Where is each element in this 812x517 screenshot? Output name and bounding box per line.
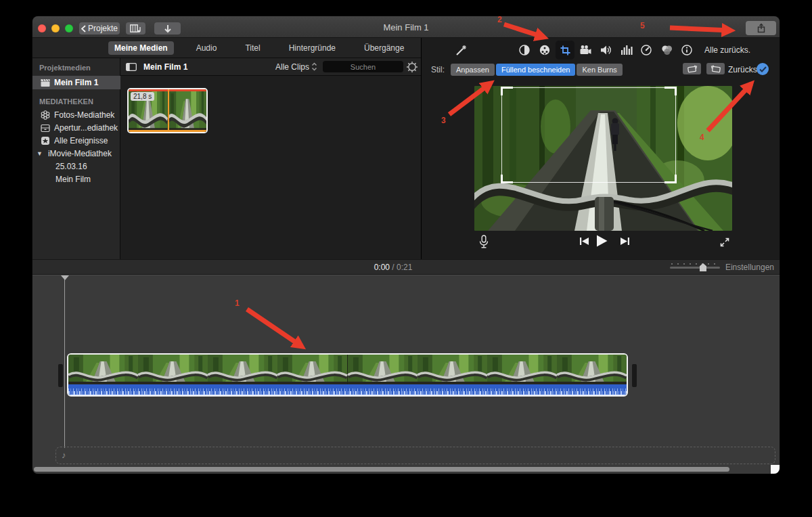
sidebar-item-label: 25.03.16 <box>55 162 87 171</box>
slider-ticks <box>671 263 719 265</box>
crop-icon <box>559 44 572 57</box>
clip-thumbnail[interactable]: 21,8 s <box>127 88 208 133</box>
resize-corner[interactable] <box>771 465 780 474</box>
crop-frame[interactable] <box>501 87 676 183</box>
reset-all-button[interactable]: Alle zurücks. <box>704 45 750 55</box>
skip-back-icon[interactable] <box>579 237 589 246</box>
color-balance-icon <box>518 44 531 56</box>
sidebar-toggle-icon[interactable] <box>126 63 137 71</box>
clip-filter-dropdown[interactable]: Alle Clips <box>275 62 317 72</box>
current-time: 0:00 <box>374 263 390 272</box>
clip-filter-label: Alle Clips <box>275 62 309 72</box>
skimmer-line[interactable] <box>168 89 169 132</box>
libraries-header: MEDIATHEKEN <box>39 97 93 106</box>
archive-box-icon <box>41 124 50 133</box>
smart-filter-gear-icon[interactable] <box>406 61 418 73</box>
browser-header: Mein Film 1 Alle Clips <box>120 58 421 76</box>
style-option-anpassen[interactable]: Anpassen <box>451 64 495 76</box>
share-button[interactable] <box>746 21 776 35</box>
sidebar-item-fotos[interactable]: Fotos-Mediathek <box>32 108 120 122</box>
playhead-line[interactable] <box>64 275 65 448</box>
libraries-sidebar: Projektmedien Mein Film 1 MEDIATHEKEN <box>32 58 120 259</box>
info-button[interactable] <box>677 41 696 60</box>
sidebar-item-project[interactable]: Mein Film 1 <box>32 76 120 89</box>
star-badge-icon <box>41 136 50 145</box>
crop-handle-bottom-right[interactable] <box>664 175 677 183</box>
style-option-ken-burns[interactable]: Ken Burns <box>577 64 622 76</box>
sidebar-item-label: Apertur...ediathek <box>54 123 118 133</box>
apply-checkmark-button[interactable] <box>757 63 769 75</box>
sidebar-item-date[interactable]: 25.03.16 <box>32 160 120 173</box>
tab-audio[interactable]: Audio <box>190 41 223 55</box>
sidebar-item-alle-ereignisse[interactable]: Alle Ereignisse <box>32 134 120 148</box>
tab-hintergruende[interactable]: Hintergründe <box>283 41 342 55</box>
filmstrip-frame <box>277 355 347 384</box>
crop-button[interactable] <box>556 41 574 60</box>
tab-meine-medien[interactable]: Meine Medien <box>108 41 174 55</box>
trim-handle-right[interactable] <box>632 364 637 387</box>
style-label: Stil: <box>431 65 445 74</box>
skip-forward-icon[interactable] <box>620 237 630 246</box>
adjustments-toolbar: Alle zurücks. <box>422 41 780 61</box>
filmstrip-frame <box>557 355 627 384</box>
timeline: ♪ <box>32 275 780 474</box>
filmstrip-frame <box>168 89 207 132</box>
stabilization-button[interactable] <box>576 41 595 60</box>
rotate-left-button[interactable] <box>683 63 701 74</box>
info-icon <box>681 44 693 56</box>
crop-handle-top-right[interactable] <box>664 87 677 95</box>
auto-enhance-wand-icon[interactable] <box>454 43 468 57</box>
voiceover-mic-icon[interactable] <box>478 235 489 249</box>
speed-button[interactable] <box>637 41 656 60</box>
timeline-zoom-slider[interactable] <box>670 267 720 269</box>
play-icon[interactable] <box>596 235 608 247</box>
timeline-settings-button[interactable]: Einstellungen <box>725 263 774 272</box>
background-music-well[interactable]: ♪ <box>55 447 775 464</box>
window-title: Mein Film 1 <box>32 22 780 32</box>
horizontal-scrollbar[interactable] <box>34 467 729 472</box>
music-note-icon: ♪ <box>62 450 66 460</box>
tab-titel[interactable]: Titel <box>239 41 266 55</box>
rotate-left-icon <box>686 65 698 73</box>
noise-reduction-button[interactable] <box>616 41 635 60</box>
sidebar-item-mein-film[interactable]: Mein Film <box>32 173 120 186</box>
chevron-up-down-icon <box>311 62 317 71</box>
desktop: Projekte Mein Film 1 <box>0 0 812 517</box>
color-balance-button[interactable] <box>515 41 534 60</box>
time-separator: / <box>390 263 397 272</box>
clapperboard-icon <box>41 78 50 87</box>
crop-handle-bottom-left[interactable] <box>501 175 513 183</box>
project-media-header: Projektmedien <box>39 64 91 72</box>
reset-crop-button[interactable]: Zurücks. <box>728 65 759 74</box>
clip-duration-badge: 21,8 s <box>131 92 154 101</box>
style-option-fuellend-beschneiden[interactable]: Füllend beschneiden <box>496 64 576 76</box>
share-icon <box>757 23 766 33</box>
filmstrip-frame <box>348 355 418 384</box>
timeline-clip[interactable] <box>67 353 628 397</box>
rotate-right-button[interactable] <box>706 63 725 74</box>
disclosure-triangle-icon[interactable]: ▼ <box>37 150 43 157</box>
filmstrip-frame <box>68 355 138 384</box>
search-input[interactable] <box>323 61 403 72</box>
audio-waveform <box>68 384 627 395</box>
tab-uebergaenge[interactable]: Übergänge <box>358 41 410 55</box>
filmstrip-frame <box>487 355 557 384</box>
media-pane: Meine Medien Audio Titel Hintergründe Üb… <box>32 38 421 259</box>
sidebar-item-aperture[interactable]: Apertur...ediathek <box>32 121 120 135</box>
crop-handle-top-left[interactable] <box>501 87 513 95</box>
color-correction-palette-icon <box>539 44 551 56</box>
fullscreen-icon[interactable] <box>719 237 730 248</box>
viewer-pane: Alle zurücks. Stil: Anpassen Füllend bes… <box>421 38 780 259</box>
playhead-handle[interactable] <box>61 275 69 284</box>
equalizer-bars-icon <box>620 44 633 56</box>
media-browser: 21,8 s <box>120 76 421 259</box>
titlebar: Projekte Mein Film 1 <box>32 16 780 38</box>
color-correction-button[interactable] <box>535 41 554 60</box>
content-tabbar: Meine Medien Audio Titel Hintergründe Üb… <box>32 38 421 58</box>
sidebar-item-imovie-mediathek[interactable]: ▼ iMovie-Mediathek <box>32 147 120 160</box>
volume-button[interactable] <box>596 41 615 60</box>
trim-handle-left[interactable] <box>58 364 63 387</box>
sidebar-item-label: iMovie-Mediathek <box>48 149 112 158</box>
clip-filter-button[interactable] <box>657 41 676 60</box>
browser-title: Mein Film 1 <box>143 62 187 72</box>
